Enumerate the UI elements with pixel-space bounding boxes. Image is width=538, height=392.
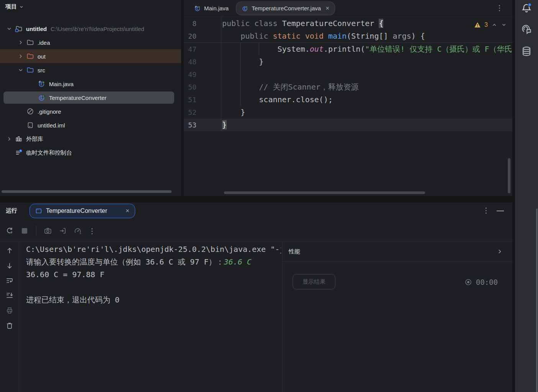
tree-item-外部库[interactable]: 外部库	[0, 132, 181, 146]
code-line-51[interactable]: 51 scanner.close();	[184, 93, 512, 106]
editor-scrollbar-horizontal[interactable]	[224, 191, 425, 194]
code-line-53[interactable]: 53}	[184, 119, 512, 131]
tree-item-untitled[interactable]: untitledC:\Users\b're'ri'l\IdeaProjects\…	[0, 22, 181, 36]
performance-panel: 性能 显示结果 00:00	[282, 242, 512, 392]
tree-item-temperatureconverter[interactable]: CTemperatureConverter	[0, 91, 181, 105]
tab-label: Main.java	[204, 5, 229, 11]
line-number: 53	[184, 119, 221, 131]
stop-icon[interactable]	[20, 227, 29, 235]
run-configuration-tab[interactable]: TemperatureConverter ×	[29, 204, 135, 218]
gauge-profiler-icon[interactable]	[74, 227, 82, 235]
project-editor-splitter[interactable]	[181, 0, 184, 197]
scroll-up-icon[interactable]	[5, 247, 14, 255]
java-class-icon: C	[38, 94, 46, 101]
camera-snapshot-icon[interactable]	[44, 227, 52, 235]
database-icon[interactable]	[520, 45, 533, 57]
performance-header[interactable]: 性能	[283, 242, 512, 262]
svg-text:C: C	[41, 96, 43, 100]
right-strip-divider	[512, 0, 515, 392]
print-icon[interactable]	[5, 306, 14, 315]
tree-item-idea[interactable]: .idea	[0, 36, 181, 49]
next-problem-chevron-down-icon[interactable]	[501, 22, 507, 28]
tree-item-path: C:\Users\b're'ri'l\IdeaProjects\untitled	[51, 26, 144, 32]
show-results-button[interactable]: 显示结果	[293, 274, 335, 289]
rerun-icon[interactable]	[5, 227, 14, 235]
folder-excluded-icon	[26, 52, 34, 60]
tree-item-main-java[interactable]: CMain.java	[0, 77, 181, 91]
close-tab-icon[interactable]: ×	[325, 5, 329, 11]
tree-item-src[interactable]: src	[0, 63, 181, 77]
folder-icon	[26, 39, 34, 46]
notifications-bell-icon[interactable]	[520, 2, 533, 15]
tree-item-label: 外部库	[26, 136, 43, 143]
code-line-text: }	[221, 106, 245, 119]
strip-scrollbar[interactable]	[536, 209, 538, 392]
sticky-line-20[interactable]: 20 public static void main(String[] args…	[184, 30, 512, 42]
line-number: 52	[184, 106, 221, 119]
line-number: 51	[184, 93, 221, 106]
svg-text:C: C	[196, 7, 198, 10]
sticky-line-8[interactable]: 8public class TemperatureConverter {	[184, 17, 512, 30]
ai-assistant-icon[interactable]	[520, 23, 533, 35]
tree-item-临时文件和控制台[interactable]: 临时文件和控制台	[0, 146, 181, 160]
tree-item-out[interactable]: out	[0, 49, 181, 63]
tree-item-label: out	[38, 53, 46, 60]
tab-main-java[interactable]: C Main.java	[188, 2, 234, 15]
prev-problem-chevron-up-icon[interactable]	[491, 22, 497, 28]
chevron-down-icon[interactable]	[18, 67, 26, 73]
console-line-2: 36.60 C = 97.88 F	[26, 268, 281, 281]
performance-title: 性能	[289, 248, 300, 255]
close-run-tab-icon[interactable]: ×	[126, 207, 129, 215]
project-view-selector[interactable]: 项目	[5, 3, 25, 10]
run-options-kebab-icon[interactable]: ⋮	[482, 206, 490, 215]
project-view-title: 项目	[5, 3, 17, 10]
run-toolbar-kebab-icon[interactable]: ⋮	[88, 227, 96, 235]
warning-icon	[474, 21, 481, 28]
editor-scrollbar-vertical[interactable]	[508, 158, 510, 193]
editor-area: C Main.java C TemperatureConverter.java …	[184, 0, 512, 196]
code-line-49[interactable]: 49	[184, 68, 512, 81]
scroll-to-end-icon[interactable]	[5, 291, 14, 300]
chevron-right-icon[interactable]	[18, 39, 26, 46]
inspections-widget[interactable]: 3	[474, 21, 507, 28]
soft-wrap-icon[interactable]	[5, 276, 14, 285]
project-tool-window: 项目 untitledC:\Users\b're'ri'l\IdeaProjec…	[0, 0, 181, 197]
scroll-down-icon[interactable]	[5, 261, 14, 270]
run-tool-window: 运行 TemperatureConverter × ⋮	[0, 203, 512, 392]
editor-run-splitter[interactable]	[0, 196, 512, 203]
tab-temperatureconverter-java[interactable]: C TemperatureConverter.java ×	[236, 2, 335, 15]
editor-tab-bar: C Main.java C TemperatureConverter.java …	[184, 0, 512, 17]
line-number: 50	[184, 81, 221, 93]
code-line-48[interactable]: 48 }	[184, 56, 512, 68]
chevron-right-icon[interactable]	[496, 248, 503, 255]
tree-item-label: 临时文件和控制台	[26, 149, 72, 157]
tree-item-label: .gitignore	[38, 108, 61, 115]
console-line-4: 进程已结束，退出代码为 0	[26, 294, 281, 306]
clear-all-trash-icon[interactable]	[5, 321, 14, 330]
tree-item-untitled-iml[interactable]: untitled.iml	[0, 118, 181, 132]
code-line-50[interactable]: 50 // 关闭Scanner，释放资源	[184, 81, 512, 93]
code-line-52[interactable]: 52 }	[184, 106, 512, 119]
chevron-right-icon[interactable]	[18, 53, 26, 59]
run-toolbar: ⋮	[0, 220, 512, 242]
console-line-3	[26, 281, 281, 294]
chevron-down-icon[interactable]	[6, 26, 15, 32]
project-scrollbar-horizontal[interactable]	[2, 190, 172, 193]
chevron-right-icon[interactable]	[6, 136, 15, 142]
tree-item-label: src	[38, 67, 45, 74]
project-tree: untitledC:\Users\b're'ri'l\IdeaProjects\…	[0, 22, 181, 160]
tree-item-label: untitled	[26, 26, 47, 32]
java-main-icon: C	[38, 80, 46, 88]
tree-item-gitignore[interactable]: .gitignore	[0, 105, 181, 118]
svg-text:C: C	[41, 82, 43, 86]
code-area[interactable]: 47 System.out.println("单位错误! 仅支持 C（摄氏）或 …	[184, 43, 512, 131]
editor-options-kebab-icon[interactable]: ⋮	[496, 3, 503, 12]
code-line-47[interactable]: 47 System.out.println("单位错误! 仅支持 C（摄氏）或 …	[184, 43, 512, 56]
code-line-text	[221, 68, 222, 81]
svg-text:C: C	[244, 7, 246, 10]
run-tab-label: TemperatureConverter	[46, 207, 107, 214]
library-icon	[15, 135, 23, 143]
open-console-icon[interactable]	[59, 227, 67, 235]
hide-tool-window-button[interactable]	[497, 211, 504, 211]
warning-count: 3	[484, 21, 488, 28]
